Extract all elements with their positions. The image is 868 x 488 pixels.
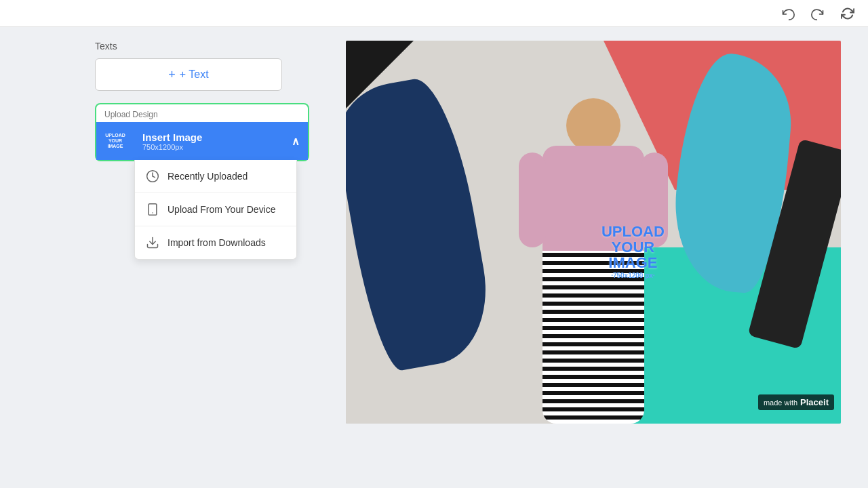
redo-button[interactable] <box>808 4 827 23</box>
insert-image-button[interactable]: Insert Image 750x1200px ∧ <box>134 122 308 160</box>
placeit-brand: Placeit <box>800 397 829 407</box>
dropdown-import-downloads[interactable]: Import from Downloads <box>135 226 296 259</box>
insert-image-title: Insert Image <box>142 131 202 143</box>
insert-image-subtitle: 750x1200px <box>142 143 183 151</box>
dropdown-recently-uploaded[interactable]: Recently Uploaded <box>135 160 296 193</box>
arm-left <box>519 152 546 247</box>
recently-uploaded-label: Recently Uploaded <box>167 171 248 182</box>
refresh-button[interactable] <box>838 4 857 23</box>
dropdown-upload-device[interactable]: Upload From Your Device <box>135 193 296 226</box>
upload-design-panel: Upload Design UPLOADYOURIMAGE Insert Ima… <box>95 103 309 161</box>
head <box>566 98 620 152</box>
upload-overlay-text: UPLOAD YOUR IMAGE <box>578 224 687 270</box>
upload-from-device-label: Upload From Your Device <box>167 204 276 215</box>
upload-design-label: Upload Design <box>96 104 308 122</box>
placeit-made-with: made with <box>764 399 797 407</box>
upload-line3: IMAGE <box>608 254 657 271</box>
topbar <box>0 0 868 27</box>
chevron-up-icon: ∧ <box>292 135 300 148</box>
upload-dimensions: ·750x1200 px· <box>578 272 687 279</box>
add-text-label: + Text <box>180 68 209 81</box>
upload-line2: YOUR <box>612 239 655 256</box>
image-thumbnail: UPLOADYOURIMAGE <box>96 122 134 160</box>
canvas-area: UPLOAD YOUR IMAGE ·750x1200 px· made wit… <box>319 27 868 488</box>
upload-design-inner: UPLOADYOURIMAGE Insert Image 750x1200px … <box>96 122 308 160</box>
insert-image-text-group: Insert Image 750x1200px <box>142 131 202 151</box>
undo-button[interactable] <box>778 4 797 23</box>
import-downloads-label: Import from Downloads <box>167 237 266 248</box>
topbar-actions <box>778 4 857 23</box>
main-layout: Texts + + Text Upload Design UPLOADYOURI… <box>0 27 868 488</box>
plus-icon: + <box>168 68 176 82</box>
clock-icon <box>146 169 159 183</box>
phone-icon <box>146 203 159 216</box>
placeit-badge: made with Placeit <box>758 394 834 410</box>
add-text-button[interactable]: + + Text <box>95 58 282 91</box>
texts-section-label: Texts <box>95 41 305 52</box>
upload-overlay: UPLOAD YOUR IMAGE ·750x1200 px· <box>578 224 687 279</box>
svg-rect-1 <box>149 204 157 216</box>
canvas-image[interactable]: UPLOAD YOUR IMAGE ·750x1200 px· made wit… <box>346 41 841 424</box>
sidebar: Texts + + Text Upload Design UPLOADYOURI… <box>0 27 319 488</box>
download-icon <box>146 236 159 249</box>
insert-image-dropdown: Recently Uploaded Upload From Your Devic… <box>134 160 297 260</box>
upload-line1: UPLOAD <box>601 223 665 240</box>
upload-thumb-line1: UPLOADYOURIMAGE <box>105 133 125 148</box>
